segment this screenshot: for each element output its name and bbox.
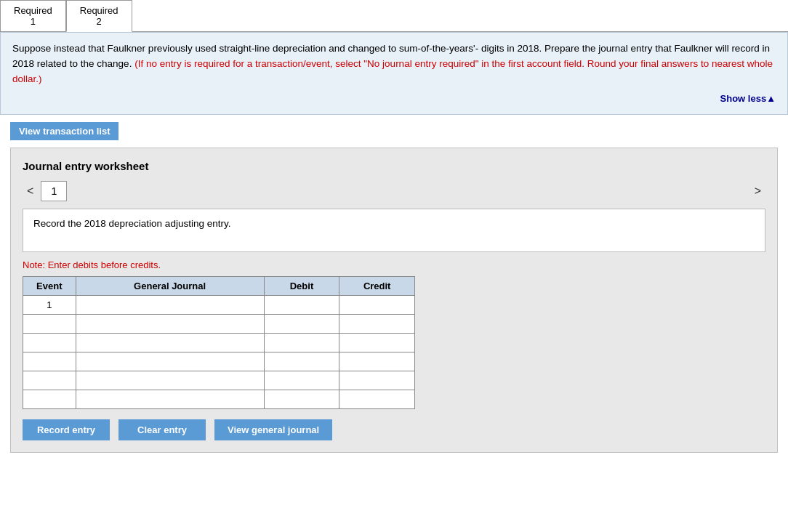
- general-journal-cell[interactable]: [76, 371, 264, 390]
- instructions-box: Suppose instead that Faulkner previously…: [0, 32, 788, 115]
- journal-table: Event General Journal Debit Credit 1: [23, 276, 415, 409]
- general-journal-input[interactable]: [76, 371, 264, 390]
- col-header-general-journal: General Journal: [76, 276, 264, 295]
- event-cell: [23, 371, 76, 390]
- credit-input[interactable]: [339, 371, 414, 390]
- general-journal-cell[interactable]: [76, 295, 264, 314]
- credit-input[interactable]: [339, 315, 414, 333]
- event-cell: [23, 390, 76, 408]
- general-journal-input[interactable]: [76, 315, 264, 333]
- tabs-container: Required 1 Required 2: [0, 0, 788, 32]
- button-row: Record entry Clear entry View general jo…: [23, 419, 765, 440]
- credit-input[interactable]: [339, 390, 414, 408]
- show-less-container: Show less▲: [12, 92, 776, 107]
- credit-input[interactable]: [339, 296, 414, 314]
- debit-cell[interactable]: [264, 295, 339, 314]
- debit-cell[interactable]: [264, 371, 339, 390]
- debit-input[interactable]: [265, 371, 339, 390]
- nav-row: < 1 >: [23, 181, 765, 201]
- general-journal-cell[interactable]: [76, 390, 264, 408]
- debit-cell[interactable]: [264, 352, 339, 371]
- debit-input[interactable]: [265, 390, 339, 408]
- credit-input[interactable]: [339, 352, 414, 371]
- credit-cell[interactable]: [339, 333, 415, 352]
- view-general-journal-button[interactable]: View general journal: [214, 419, 332, 440]
- event-cell: 1: [23, 295, 76, 314]
- event-cell: [23, 333, 76, 352]
- clear-entry-button[interactable]: Clear entry: [118, 419, 206, 440]
- next-entry-arrow[interactable]: >: [750, 183, 765, 199]
- table-row: [23, 371, 415, 390]
- event-cell: [23, 352, 76, 371]
- record-entry-button[interactable]: Record entry: [23, 419, 110, 440]
- credit-cell[interactable]: [339, 295, 415, 314]
- table-row: [23, 333, 415, 352]
- col-header-credit: Credit: [339, 276, 415, 295]
- event-cell: [23, 314, 76, 333]
- table-row: [23, 352, 415, 371]
- debit-input[interactable]: [265, 296, 339, 314]
- record-description-text: Record the 2018 depreciation adjusting e…: [33, 218, 230, 229]
- general-journal-cell[interactable]: [76, 352, 264, 371]
- tab-required-2[interactable]: Required 2: [66, 0, 132, 32]
- general-journal-cell[interactable]: [76, 333, 264, 352]
- credit-input[interactable]: [339, 334, 414, 352]
- tab-required-1[interactable]: Required 1: [0, 0, 66, 31]
- worksheet-title: Journal entry worksheet: [23, 160, 765, 172]
- debit-input[interactable]: [265, 315, 339, 333]
- col-header-event: Event: [23, 276, 76, 295]
- record-description-box: Record the 2018 depreciation adjusting e…: [23, 209, 765, 252]
- credit-cell[interactable]: [339, 352, 415, 371]
- general-journal-input[interactable]: [76, 390, 264, 408]
- entry-number-box: 1: [41, 181, 67, 201]
- note-text: Note: Enter debits before credits.: [23, 259, 765, 270]
- entry-number: 1: [51, 185, 57, 197]
- debit-input[interactable]: [265, 352, 339, 371]
- credit-cell[interactable]: [339, 371, 415, 390]
- table-row: [23, 390, 415, 408]
- debit-cell[interactable]: [264, 333, 339, 352]
- tab-label-1: Required 1: [14, 5, 52, 27]
- credit-cell[interactable]: [339, 390, 415, 408]
- tab-label-2: Required 2: [80, 5, 118, 27]
- table-row: 1: [23, 295, 415, 314]
- debit-cell[interactable]: [264, 314, 339, 333]
- general-journal-input[interactable]: [76, 334, 264, 352]
- worksheet-container: Journal entry worksheet < 1 > Record the…: [10, 148, 778, 453]
- credit-cell[interactable]: [339, 314, 415, 333]
- general-journal-input[interactable]: [76, 352, 264, 371]
- view-transaction-button[interactable]: View transaction list: [10, 122, 118, 140]
- debit-cell[interactable]: [264, 390, 339, 408]
- general-journal-cell[interactable]: [76, 314, 264, 333]
- debit-input[interactable]: [265, 334, 339, 352]
- general-journal-input[interactable]: [76, 296, 264, 314]
- show-less-link[interactable]: Show less▲: [720, 93, 776, 104]
- table-row: [23, 314, 415, 333]
- prev-entry-arrow[interactable]: <: [23, 183, 38, 199]
- col-header-debit: Debit: [264, 276, 339, 295]
